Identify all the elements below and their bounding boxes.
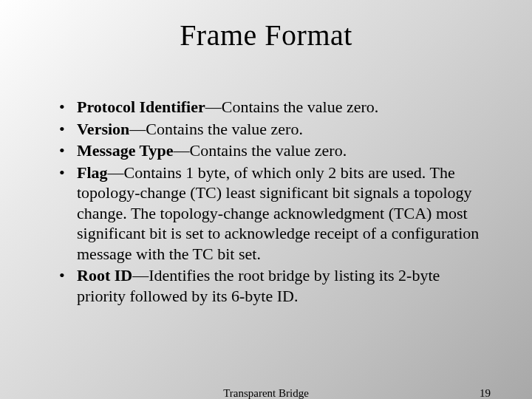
page-number: 19 bbox=[480, 387, 491, 399]
bullet-term: Protocol Identifier bbox=[77, 98, 205, 116]
footer-text: Transparent Bridge bbox=[0, 387, 532, 399]
list-item: Message Type—Contains the value zero. bbox=[59, 140, 488, 161]
bullet-term: Version bbox=[77, 120, 129, 138]
slide: Frame Format Protocol Identifier—Contain… bbox=[0, 0, 532, 399]
bullet-text: —Contains the value zero. bbox=[174, 141, 347, 160]
list-item: Version—Contains the value zero. bbox=[59, 119, 488, 140]
bullet-list: Protocol Identifier—Contains the value z… bbox=[44, 97, 488, 306]
bullet-term: Root ID bbox=[77, 266, 132, 284]
bullet-term: Message Type bbox=[77, 141, 174, 160]
slide-title: Frame Format bbox=[44, 18, 488, 52]
bullet-text: —Contains 1 byte, of which only 2 bits a… bbox=[77, 163, 479, 263]
bullet-text: —Contains the value zero. bbox=[205, 98, 379, 116]
bullet-term: Flag bbox=[77, 163, 108, 182]
list-item: Flag—Contains 1 byte, of which only 2 bi… bbox=[59, 163, 488, 265]
list-item: Protocol Identifier—Contains the value z… bbox=[59, 97, 488, 117]
list-item: Root ID—Identifies the root bridge by li… bbox=[59, 265, 488, 306]
bullet-text: —Contains the value zero. bbox=[129, 120, 303, 138]
